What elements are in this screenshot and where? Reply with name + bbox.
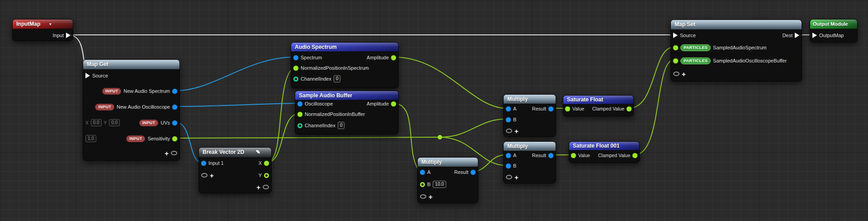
output-pin-amplitude[interactable] bbox=[391, 55, 396, 60]
eye-icon[interactable] bbox=[506, 129, 512, 133]
value-field-channel-index[interactable]: 0 bbox=[334, 75, 341, 82]
eye-icon[interactable] bbox=[201, 173, 208, 178]
output-pin-result[interactable] bbox=[471, 170, 476, 175]
wire-sensitivity-to-junction bbox=[176, 137, 438, 138]
wire-saturate-to-sampledaudiospectrum bbox=[628, 47, 673, 108]
output-pin-new-audio-spectrum[interactable] bbox=[172, 89, 177, 94]
node-audio-spectrum[interactable]: Audio Spectrum Spectrum Amplitude Normal… bbox=[291, 42, 399, 88]
exec-input-pin[interactable] bbox=[85, 73, 90, 78]
input-pin-a[interactable] bbox=[420, 170, 425, 175]
node-header[interactable]: Break Vector 2D ✎ bbox=[199, 148, 271, 157]
node-break-vector-2d[interactable]: Break Vector 2D ✎ Input 1 X + Y + bbox=[198, 147, 272, 193]
input-pin-spectrum[interactable] bbox=[293, 55, 298, 60]
node-sample-audio-buffer[interactable]: Sample Audio Buffer Oscilloscope Amplitu… bbox=[295, 91, 399, 135]
input-pin-a[interactable] bbox=[506, 153, 511, 158]
node-map-set[interactable]: Map Set Source Dest PARTICLES SampledAud… bbox=[670, 19, 802, 82]
input-pin-channel-index[interactable] bbox=[293, 77, 298, 82]
node-header[interactable]: Map Get bbox=[83, 60, 179, 69]
pin-label: Source bbox=[92, 73, 108, 78]
output-pin-clamped-value[interactable] bbox=[627, 106, 632, 111]
node-header[interactable]: Saturate Float bbox=[563, 96, 633, 104]
node-title: Map Set bbox=[675, 21, 695, 28]
input-pin-b[interactable] bbox=[506, 163, 511, 168]
value-field-b[interactable]: 10.0 bbox=[433, 181, 446, 188]
pin-label: ChannelIndex bbox=[305, 123, 335, 128]
value-field-uv-x[interactable]: 0.0 bbox=[91, 119, 102, 126]
value-field-uv-y[interactable]: 0.0 bbox=[109, 119, 120, 126]
node-input-map[interactable]: InputMap ▾ Input bbox=[12, 19, 73, 41]
graph-canvas[interactable]: InputMap ▾ Input Map Get Source INPUT Ne… bbox=[0, 0, 868, 221]
input-pin-b[interactable] bbox=[506, 117, 511, 122]
reroute-junction-dot[interactable] bbox=[438, 135, 442, 139]
input-pin-normalized-position[interactable] bbox=[293, 66, 298, 71]
eye-icon[interactable] bbox=[673, 72, 679, 76]
add-pin-icon[interactable]: + bbox=[165, 150, 169, 157]
pin-label: Spectrum bbox=[301, 55, 322, 60]
output-pin-uvs[interactable] bbox=[172, 120, 177, 125]
input-badge: INPUT bbox=[102, 88, 122, 95]
wire-spectrum-amplitude-to-multiply-a bbox=[395, 57, 505, 108]
add-pin-icon[interactable]: + bbox=[256, 184, 260, 191]
value-field-sensitivity[interactable]: 1.0 bbox=[85, 135, 96, 142]
output-pin-new-audio-oscilloscope[interactable] bbox=[172, 105, 177, 110]
pin-label: SampledAudioOscilloscopeBuffer bbox=[713, 58, 787, 63]
node-multiply-scale[interactable]: Multiply A Result B 10.0 + bbox=[417, 157, 478, 203]
exec-output-pin[interactable] bbox=[795, 33, 799, 38]
wire-junction-to-multiply-spectrum-b bbox=[440, 119, 505, 137]
add-pin-icon[interactable]: + bbox=[514, 128, 519, 135]
input-pin-input1[interactable] bbox=[201, 161, 206, 166]
input-badge: INPUT bbox=[126, 135, 146, 142]
value-field-channel-index[interactable]: 0 bbox=[338, 122, 345, 129]
add-pin-icon[interactable]: + bbox=[514, 174, 519, 181]
node-saturate-float[interactable]: Saturate Float Value Clamped Value bbox=[563, 95, 634, 116]
eye-icon[interactable] bbox=[263, 185, 269, 189]
node-saturate-float-001[interactable]: Saturate Float 001 Value Clamped Value bbox=[569, 141, 640, 163]
node-title: Audio Spectrum bbox=[295, 44, 337, 50]
eye-icon[interactable] bbox=[420, 194, 426, 199]
node-multiply-spectrum[interactable]: Multiply A Result B + bbox=[503, 94, 556, 137]
node-title: Multiply bbox=[507, 143, 528, 149]
node-header[interactable]: Multiply bbox=[418, 158, 478, 167]
output-pin-y[interactable] bbox=[264, 173, 269, 178]
input-pin-normalized-position[interactable] bbox=[297, 112, 302, 117]
pin-label: Value bbox=[578, 153, 590, 158]
input-pin-value[interactable] bbox=[571, 153, 576, 158]
node-header[interactable]: Audio Spectrum bbox=[291, 43, 398, 52]
pin-label: Value bbox=[572, 106, 584, 111]
node-multiply-buffer[interactable]: Multiply A Result B + bbox=[503, 141, 556, 183]
node-header[interactable]: Output Module bbox=[810, 19, 857, 29]
input-pin-a[interactable] bbox=[506, 106, 511, 111]
output-pin-result[interactable] bbox=[548, 153, 553, 158]
output-pin-result[interactable] bbox=[548, 106, 553, 111]
add-pin-icon[interactable]: + bbox=[429, 193, 433, 200]
exec-input-pin[interactable] bbox=[812, 33, 817, 38]
input-pin-sampled-audio-oscilloscope-buffer[interactable] bbox=[673, 58, 678, 63]
input-pin-channel-index[interactable] bbox=[297, 123, 302, 128]
node-output-module[interactable]: Output Module OutputMap bbox=[810, 19, 858, 43]
edit-pencil-icon[interactable]: ✎ bbox=[256, 149, 260, 155]
input-pin-b[interactable] bbox=[420, 182, 425, 187]
node-header[interactable]: Multiply bbox=[504, 95, 556, 104]
pin-label: Result bbox=[454, 169, 468, 175]
eye-icon[interactable] bbox=[171, 151, 177, 155]
node-header[interactable]: Saturate Float 001 bbox=[569, 142, 639, 150]
output-pin-clamped-value[interactable] bbox=[632, 153, 637, 158]
output-pin-sensitivity[interactable] bbox=[172, 136, 177, 141]
chevron-down-icon[interactable]: ▾ bbox=[49, 22, 51, 26]
eye-icon[interactable] bbox=[506, 175, 512, 179]
node-header[interactable]: Map Set bbox=[671, 20, 802, 29]
node-map-get[interactable]: Map Get Source INPUT New Audio Spectrum … bbox=[83, 59, 180, 161]
add-pin-icon[interactable]: + bbox=[682, 71, 686, 77]
input-pin-oscilloscope[interactable] bbox=[297, 101, 302, 106]
exec-input-pin[interactable] bbox=[673, 33, 678, 38]
output-pin-amplitude[interactable] bbox=[391, 101, 396, 106]
input-pin-sampled-audio-spectrum[interactable] bbox=[673, 45, 678, 50]
exec-output-pin[interactable] bbox=[66, 33, 71, 38]
pin-label: A bbox=[427, 169, 430, 175]
input-pin-value[interactable] bbox=[565, 106, 570, 111]
node-header[interactable]: InputMap ▾ bbox=[13, 19, 73, 29]
add-pin-icon[interactable]: + bbox=[210, 172, 214, 179]
output-pin-x[interactable] bbox=[264, 161, 269, 166]
wire-newaudiooscilloscope-to-oscilloscope bbox=[176, 103, 297, 106]
node-header[interactable]: Multiply bbox=[504, 142, 556, 151]
